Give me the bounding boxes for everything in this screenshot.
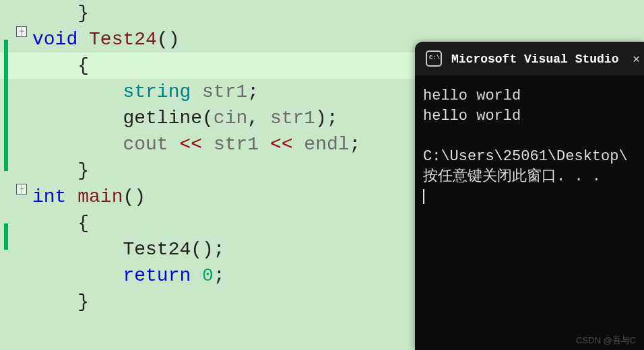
code-content[interactable]: {: [32, 53, 89, 79]
code-content[interactable]: getline(cin, str1);: [32, 105, 338, 131]
terminal-icon: [426, 50, 442, 67]
code-content[interactable]: void Test24(): [32, 26, 179, 53]
code-content[interactable]: }: [32, 289, 89, 315]
terminal-output[interactable]: hello world hello world C:\Users\25061\D…: [415, 75, 644, 218]
code-content[interactable]: cout << str1 << endl;: [32, 131, 360, 158]
watermark: CSDN @吾与C: [576, 335, 636, 347]
change-indicator: [4, 92, 8, 118]
code-content[interactable]: }: [32, 158, 89, 184]
close-icon[interactable]: ✕: [633, 51, 640, 66]
gutter: −: [0, 184, 32, 195]
fold-toggle-icon[interactable]: −: [16, 184, 27, 195]
gutter: −: [0, 26, 32, 37]
terminal-window: Microsoft Visual Studio 调试 ✕ hello world…: [415, 42, 644, 350]
change-indicator: [4, 223, 8, 250]
code-content[interactable]: int main(): [32, 184, 146, 210]
change-indicator: [4, 40, 8, 66]
code-line[interactable]: }: [0, 0, 644, 26]
terminal-cursor: [423, 189, 424, 204]
code-content[interactable]: }: [32, 0, 89, 26]
code-content[interactable]: Test24();: [32, 236, 225, 262]
code-content[interactable]: return 0;: [32, 262, 225, 289]
change-indicator: [4, 118, 8, 145]
terminal-title: Microsoft Visual Studio 调试: [451, 50, 623, 67]
terminal-titlebar[interactable]: Microsoft Visual Studio 调试 ✕: [415, 42, 644, 75]
fold-toggle-icon[interactable]: −: [16, 26, 27, 37]
change-indicator: [4, 145, 8, 171]
code-content[interactable]: string str1;: [32, 79, 259, 105]
code-content[interactable]: {: [32, 210, 89, 236]
change-indicator: [4, 66, 8, 92]
